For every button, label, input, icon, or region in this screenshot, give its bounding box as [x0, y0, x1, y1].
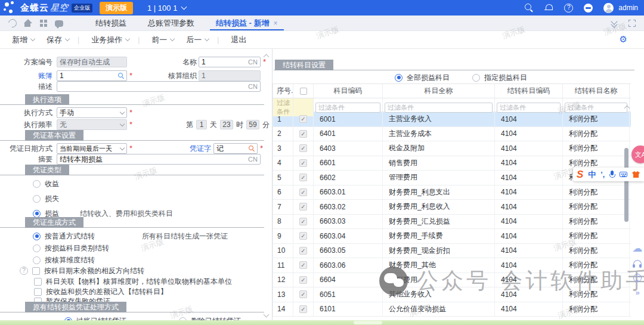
row-checkbox-cell[interactable]: ✓	[293, 112, 314, 126]
voucher-type-loss[interactable]: 损失	[33, 194, 59, 203]
checkbox-icon[interactable]	[32, 267, 40, 275]
lookup-magnifier-icon[interactable]	[118, 73, 124, 79]
scrollbar-thumb[interactable]	[624, 148, 628, 222]
do-not-disturb-icon[interactable]	[584, 4, 593, 13]
tab-carryover-pl-new[interactable]: 结转损益 - 新增 ×	[205, 16, 289, 30]
exec-method-select[interactable]: 手动	[57, 107, 127, 118]
row-checkbox-cell[interactable]: ✓	[293, 141, 314, 156]
target-code-cell[interactable]: 4104	[495, 273, 563, 287]
radio-icon[interactable]	[33, 210, 41, 218]
radio-icon[interactable]	[33, 233, 41, 240]
target-code-cell[interactable]: 4104	[495, 127, 563, 141]
check-difference-account[interactable]: 按收益和损失的差额记入【结转科目】	[34, 287, 168, 296]
lookup-magnifier-icon[interactable]	[249, 146, 255, 151]
check-material-unit[interactable]: 科目关联【物料】核算维度时，结转单位取物料的基本单位	[34, 277, 232, 286]
row-checkbox-cell[interactable]: ✓	[293, 171, 314, 185]
gear-icon[interactable]: ⚙	[620, 35, 627, 44]
business-operation-button[interactable]: 业务操作	[91, 35, 129, 45]
help-icon[interactable]: ?	[20, 267, 28, 275]
account-name-cell[interactable]: 财务费用_汇兑损益	[383, 215, 495, 229]
account-name-cell[interactable]: 财务费用_利息收入	[383, 200, 495, 214]
account-name-cell[interactable]: 销售费用	[383, 156, 495, 171]
row-checkbox-cell[interactable]: ✓	[293, 258, 314, 273]
filter-account-code-input[interactable]: 过滤条件	[315, 103, 380, 113]
ime-language-toggle[interactable]: 中	[588, 169, 596, 180]
target-code-cell[interactable]: 4104	[495, 302, 563, 317]
scope-all-pl-accounts[interactable]: 全部损益科目	[395, 73, 450, 82]
row-checkbox-cell[interactable]: ✓	[293, 127, 314, 141]
account-code-cell[interactable]: 6051	[314, 287, 383, 302]
checked-checkbox-icon[interactable]: ✓	[299, 144, 307, 152]
filter-target-name-input[interactable]: 过滤条件	[565, 103, 627, 113]
tab-gl-params[interactable]: 总账管理参数	[137, 16, 205, 30]
checked-checkbox-icon[interactable]: ✓	[299, 305, 307, 313]
row-checkbox-cell[interactable]: ✓	[293, 273, 314, 287]
target-code-cell[interactable]: 4104	[495, 185, 563, 200]
radio-icon[interactable]	[395, 74, 402, 82]
name-field[interactable]: 1CN	[199, 57, 261, 67]
filter-target-code-input[interactable]: 过滤条件	[497, 103, 561, 113]
table-row[interactable]: 11 ✓ 6603.06 财务费用_其他 4104 利润分配	[273, 258, 631, 273]
account-code-cell[interactable]: 6603.05	[314, 244, 383, 258]
table-row[interactable]: 8 ✓ 6603.03 财务费用_汇兑损益 4104 利润分配	[273, 215, 631, 230]
headset-support-icon[interactable]	[633, 260, 642, 267]
checkbox-icon[interactable]	[300, 88, 307, 95]
skin-icon[interactable]	[632, 171, 640, 178]
target-code-cell[interactable]: 4104	[495, 244, 563, 258]
tab-carryover-pl[interactable]: 结转损益	[85, 16, 137, 30]
gen-by-dimension[interactable]: 按核算维度结转	[33, 255, 95, 265]
account-book-label[interactable]: 账簿	[0, 70, 52, 81]
account-name-cell[interactable]: 财务费用_手续费	[383, 229, 495, 243]
account-name-cell[interactable]: 勘探费用	[383, 273, 495, 287]
account-code-cell[interactable]: 6101	[314, 302, 383, 317]
close-icon[interactable]: ×	[274, 19, 278, 27]
feedback-smiley-icon[interactable]	[633, 274, 642, 282]
table-row[interactable]: 1 ✓ 6001 主营业务收入 4104 利润分配	[273, 112, 631, 127]
radio-icon[interactable]	[33, 256, 41, 264]
checked-checkbox-icon[interactable]: ✓	[299, 247, 307, 255]
checked-checkbox-icon[interactable]: ✓	[299, 218, 307, 225]
target-name-cell[interactable]: 利润分配	[563, 273, 630, 287]
account-code-cell[interactable]: 6603.02	[314, 200, 383, 214]
table-row[interactable]: 6 ✓ 6603.01 财务费用_利息支出 4104 利润分配	[273, 185, 631, 200]
account-code-cell[interactable]: 6602	[314, 171, 383, 185]
row-checkbox-cell[interactable]: ✓	[293, 185, 314, 200]
table-scrollbar[interactable]	[624, 112, 629, 317]
avatar[interactable]	[603, 3, 614, 13]
target-name-cell[interactable]: 利润分配	[563, 112, 630, 126]
account-code-cell[interactable]: 6401	[314, 127, 383, 141]
help-icon[interactable]: ?	[564, 4, 573, 13]
account-name-cell[interactable]: 主营业务收入	[383, 112, 495, 126]
target-code-cell[interactable]: 4104	[495, 171, 563, 185]
description-field[interactable]: CN	[57, 81, 261, 92]
account-code-cell[interactable]: 6603.04	[314, 229, 383, 243]
checked-checkbox-icon[interactable]: ✓	[299, 232, 307, 240]
voucher-type-income[interactable]: 收益	[33, 179, 59, 188]
account-name-cell[interactable]: 财务费用_利息支出	[383, 185, 495, 200]
cloud-icon[interactable]: ☁	[633, 243, 643, 253]
ime-punctuation-toggle[interactable]: ’,	[600, 171, 605, 179]
account-code-cell[interactable]: 6603.01	[314, 185, 383, 200]
previous-button[interactable]: 前一	[151, 35, 174, 45]
refresh-icon[interactable]	[7, 17, 18, 29]
table-row[interactable]: 3 ✓ 6403 税金及附加 4104 利润分配	[273, 141, 631, 156]
exec-freq-select[interactable]: 无	[57, 119, 127, 130]
keyboard-icon[interactable]	[620, 172, 627, 177]
row-checkbox-cell[interactable]: ✓	[293, 215, 314, 229]
target-name-cell[interactable]: 利润分配	[563, 229, 630, 243]
row-checkbox-cell[interactable]: ✓	[293, 302, 314, 317]
expand-more-icon[interactable]: »	[635, 289, 639, 296]
target-code-cell[interactable]: 4104	[495, 141, 563, 156]
checked-checkbox-icon[interactable]: ✓	[299, 261, 307, 269]
account-name-cell[interactable]: 公允价值变动损益	[383, 302, 495, 317]
radio-icon[interactable]	[33, 244, 41, 252]
target-name-cell[interactable]: 利润分配	[563, 141, 630, 156]
table-row[interactable]: 14 ✓ 6101 公允价值变动损益 4104 利润分配	[273, 302, 631, 317]
target-code-cell[interactable]: 4104	[495, 258, 563, 273]
org-switcher[interactable]: 1 | 100 1	[147, 4, 186, 13]
radio-icon[interactable]	[33, 195, 41, 203]
row-checkbox-cell[interactable]: ✓	[293, 229, 314, 243]
target-name-cell[interactable]: 利润分配	[563, 302, 630, 317]
account-name-cell[interactable]: 财务费用_现金折扣	[383, 244, 495, 258]
col-select[interactable]	[293, 84, 314, 98]
